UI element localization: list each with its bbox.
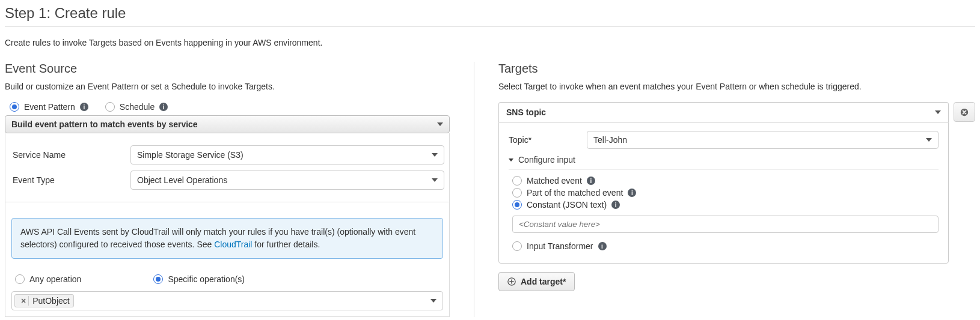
radio-schedule-label: Schedule <box>120 102 155 112</box>
constant-value-input[interactable] <box>512 216 939 233</box>
remove-tag-icon[interactable]: × <box>19 296 29 306</box>
info-icon[interactable]: i <box>80 103 88 111</box>
info-icon[interactable]: i <box>587 177 595 185</box>
cloudtrail-info: AWS API Call Events sent by CloudTrail w… <box>11 218 443 259</box>
topic-select[interactable]: Tell-John <box>587 131 939 149</box>
info-icon[interactable]: i <box>628 189 636 197</box>
caret-down-icon <box>430 299 436 303</box>
info-icon[interactable]: i <box>598 242 607 250</box>
source-subtitle: Build or customize an Event Pattern or s… <box>5 82 450 91</box>
radio-constant[interactable] <box>512 200 522 210</box>
remove-circle-icon <box>960 108 969 116</box>
radio-constant-label: Constant (JSON text) <box>527 200 607 210</box>
radio-specific-operations-label: Specific operation(s) <box>168 274 245 284</box>
build-mode-select[interactable]: Build event pattern to match events by s… <box>5 115 450 133</box>
caret-down-icon <box>437 122 443 126</box>
caret-down-icon <box>509 158 513 162</box>
event-type-value: Object Level Operations <box>137 175 227 185</box>
operation-tag-label: PutObject <box>32 296 69 306</box>
radio-specific-operations[interactable] <box>153 274 163 284</box>
topic-value: Tell-John <box>593 135 627 145</box>
column-divider <box>474 62 474 317</box>
radio-event-pattern[interactable] <box>10 102 19 112</box>
operations-input[interactable]: × PutObject <box>11 291 443 310</box>
configure-input-label: Configure input <box>518 155 575 165</box>
radio-matched-event[interactable] <box>512 176 522 186</box>
build-mode-value: Build event pattern to match events by s… <box>11 119 198 129</box>
topic-label: Topic* <box>509 135 587 145</box>
remove-target-button[interactable] <box>954 102 975 122</box>
radio-any-operation[interactable] <box>15 274 25 284</box>
page-intro: Create rules to invoke Targets based on … <box>5 38 975 47</box>
event-type-select[interactable]: Object Level Operations <box>130 171 444 190</box>
event-type-label: Event Type <box>10 175 130 185</box>
cloudtrail-link[interactable]: CloudTrail <box>214 240 252 249</box>
radio-event-pattern-label: Event Pattern <box>24 102 75 112</box>
divider <box>509 169 939 170</box>
configure-input-toggle[interactable]: Configure input <box>509 155 939 165</box>
caret-down-icon <box>935 110 941 114</box>
radio-schedule[interactable] <box>105 102 115 112</box>
info-icon[interactable]: i <box>159 103 168 111</box>
source-title: Event Source <box>5 62 450 76</box>
radio-matched-event-label: Matched event <box>527 176 582 186</box>
caret-down-icon <box>432 178 438 182</box>
targets-title: Targets <box>498 62 975 76</box>
service-name-select[interactable]: Simple Storage Service (S3) <box>130 145 444 165</box>
add-target-button[interactable]: Add target* <box>498 272 575 291</box>
radio-part-matched[interactable] <box>512 188 522 198</box>
operation-tag: × PutObject <box>14 294 74 307</box>
page-title: Step 1: Create rule <box>5 5 975 22</box>
caret-down-icon <box>926 138 932 142</box>
target-type-select[interactable]: SNS topic <box>498 102 949 122</box>
divider <box>5 26 975 27</box>
radio-any-operation-label: Any operation <box>29 274 81 284</box>
add-target-label: Add target* <box>521 277 566 286</box>
plus-circle-icon <box>507 277 516 286</box>
radio-input-transformer-label: Input Transformer <box>527 241 593 251</box>
service-name-label: Service Name <box>10 150 130 160</box>
info-icon[interactable]: i <box>611 201 620 209</box>
service-name-value: Simple Storage Service (S3) <box>137 150 243 160</box>
target-type-value: SNS topic <box>506 107 546 117</box>
targets-subtitle: Select Target to invoke when an event ma… <box>498 82 975 91</box>
caret-down-icon <box>432 153 438 157</box>
radio-input-transformer[interactable] <box>512 241 522 251</box>
radio-part-matched-label: Part of the matched event <box>527 188 623 198</box>
